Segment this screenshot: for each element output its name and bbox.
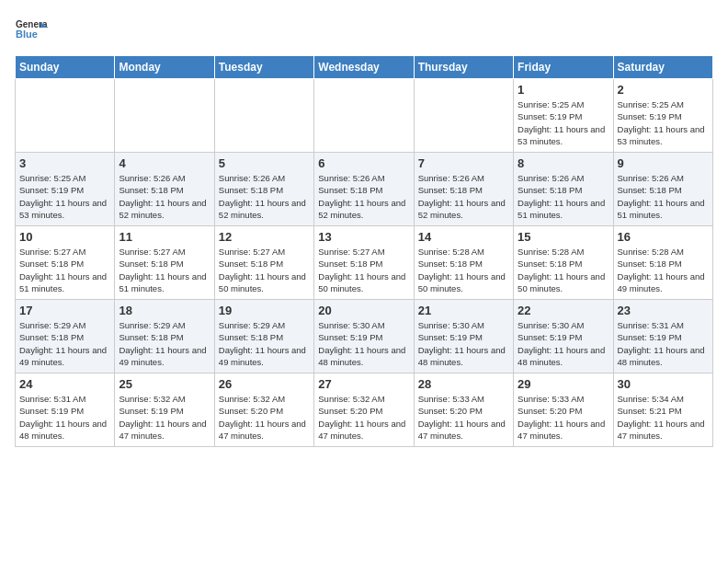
calendar-cell: 24Sunrise: 5:31 AM Sunset: 5:19 PM Dayli…: [16, 373, 115, 447]
day-info: Sunrise: 5:26 AM Sunset: 5:18 PM Dayligh…: [518, 172, 609, 221]
calendar-cell: [314, 79, 414, 153]
calendar-cell: [214, 79, 313, 153]
day-info: Sunrise: 5:32 AM Sunset: 5:20 PM Dayligh…: [318, 393, 409, 442]
day-info: Sunrise: 5:29 AM Sunset: 5:18 PM Dayligh…: [19, 319, 110, 368]
day-number: 11: [119, 230, 210, 244]
calendar-cell: 26Sunrise: 5:32 AM Sunset: 5:20 PM Dayli…: [214, 373, 313, 447]
day-number: 28: [418, 377, 509, 391]
calendar-cell: 17Sunrise: 5:29 AM Sunset: 5:18 PM Dayli…: [16, 300, 115, 373]
calendar-cell: 5Sunrise: 5:26 AM Sunset: 5:18 PM Daylig…: [214, 153, 313, 226]
calendar-cell: 10Sunrise: 5:27 AM Sunset: 5:18 PM Dayli…: [16, 226, 115, 300]
calendar-cell: 28Sunrise: 5:33 AM Sunset: 5:20 PM Dayli…: [414, 373, 513, 447]
day-info: Sunrise: 5:33 AM Sunset: 5:20 PM Dayligh…: [518, 393, 609, 442]
calendar-cell: 1Sunrise: 5:25 AM Sunset: 5:19 PM Daylig…: [514, 79, 613, 153]
day-info: Sunrise: 5:27 AM Sunset: 5:18 PM Dayligh…: [219, 246, 310, 294]
page-header: General Blue: [15, 15, 713, 48]
calendar-table: SundayMondayTuesdayWednesdayThursdayFrid…: [15, 55, 713, 447]
day-info: Sunrise: 5:34 AM Sunset: 5:21 PM Dayligh…: [618, 393, 709, 442]
day-info: Sunrise: 5:25 AM Sunset: 5:19 PM Dayligh…: [518, 98, 609, 147]
day-header-monday: Monday: [115, 56, 214, 79]
day-header-saturday: Saturday: [613, 56, 712, 79]
calendar-cell: 9Sunrise: 5:26 AM Sunset: 5:18 PM Daylig…: [613, 153, 712, 226]
calendar-cell: 18Sunrise: 5:29 AM Sunset: 5:18 PM Dayli…: [115, 300, 214, 373]
calendar-cell: 30Sunrise: 5:34 AM Sunset: 5:21 PM Dayli…: [613, 373, 712, 447]
day-info: Sunrise: 5:25 AM Sunset: 5:19 PM Dayligh…: [618, 98, 709, 147]
day-number: 8: [518, 156, 609, 170]
calendar-week-1: 1Sunrise: 5:25 AM Sunset: 5:19 PM Daylig…: [16, 79, 713, 153]
day-number: 12: [219, 230, 310, 244]
day-info: Sunrise: 5:33 AM Sunset: 5:20 PM Dayligh…: [418, 393, 509, 442]
day-info: Sunrise: 5:25 AM Sunset: 5:19 PM Dayligh…: [19, 172, 110, 221]
day-number: 4: [119, 156, 210, 170]
calendar-cell: 16Sunrise: 5:28 AM Sunset: 5:18 PM Dayli…: [613, 226, 712, 300]
day-info: Sunrise: 5:31 AM Sunset: 5:19 PM Dayligh…: [19, 393, 110, 442]
day-info: Sunrise: 5:30 AM Sunset: 5:19 PM Dayligh…: [318, 319, 409, 368]
day-number: 15: [518, 230, 609, 244]
day-number: 18: [119, 304, 210, 317]
day-number: 27: [318, 377, 409, 391]
day-number: 20: [318, 304, 409, 317]
day-number: 21: [418, 304, 509, 317]
day-info: Sunrise: 5:27 AM Sunset: 5:18 PM Dayligh…: [19, 246, 110, 294]
day-number: 24: [19, 377, 110, 391]
calendar-cell: 14Sunrise: 5:28 AM Sunset: 5:18 PM Dayli…: [414, 226, 513, 300]
calendar-cell: 20Sunrise: 5:30 AM Sunset: 5:19 PM Dayli…: [314, 300, 414, 373]
day-info: Sunrise: 5:26 AM Sunset: 5:18 PM Dayligh…: [219, 172, 310, 221]
calendar-cell: 8Sunrise: 5:26 AM Sunset: 5:18 PM Daylig…: [514, 153, 613, 226]
calendar-cell: 25Sunrise: 5:32 AM Sunset: 5:19 PM Dayli…: [115, 373, 214, 447]
calendar-cell: 3Sunrise: 5:25 AM Sunset: 5:19 PM Daylig…: [16, 153, 115, 226]
day-number: 3: [19, 156, 110, 170]
calendar-week-4: 17Sunrise: 5:29 AM Sunset: 5:18 PM Dayli…: [16, 300, 713, 373]
day-info: Sunrise: 5:27 AM Sunset: 5:18 PM Dayligh…: [318, 246, 409, 294]
day-header-tuesday: Tuesday: [214, 56, 313, 79]
calendar-cell: 29Sunrise: 5:33 AM Sunset: 5:20 PM Dayli…: [514, 373, 613, 447]
calendar-header-row: SundayMondayTuesdayWednesdayThursdayFrid…: [16, 56, 713, 79]
calendar-cell: 7Sunrise: 5:26 AM Sunset: 5:18 PM Daylig…: [414, 153, 513, 226]
day-number: 19: [219, 304, 310, 317]
logo-icon: General Blue: [15, 15, 48, 48]
calendar-cell: [16, 79, 115, 153]
day-info: Sunrise: 5:31 AM Sunset: 5:19 PM Dayligh…: [618, 319, 709, 368]
calendar-cell: 27Sunrise: 5:32 AM Sunset: 5:20 PM Dayli…: [314, 373, 414, 447]
day-number: 25: [119, 377, 210, 391]
day-number: 22: [518, 304, 609, 317]
svg-text:Blue: Blue: [16, 29, 38, 40]
day-info: Sunrise: 5:30 AM Sunset: 5:19 PM Dayligh…: [518, 319, 609, 368]
day-number: 29: [518, 377, 609, 391]
logo: General Blue: [15, 15, 48, 48]
day-info: Sunrise: 5:29 AM Sunset: 5:18 PM Dayligh…: [119, 319, 210, 368]
day-number: 6: [318, 156, 409, 170]
day-info: Sunrise: 5:28 AM Sunset: 5:18 PM Dayligh…: [518, 246, 609, 294]
day-number: 13: [318, 230, 409, 244]
calendar-cell: 19Sunrise: 5:29 AM Sunset: 5:18 PM Dayli…: [214, 300, 313, 373]
calendar-cell: 13Sunrise: 5:27 AM Sunset: 5:18 PM Dayli…: [314, 226, 414, 300]
day-number: 23: [618, 304, 709, 317]
day-info: Sunrise: 5:28 AM Sunset: 5:18 PM Dayligh…: [618, 246, 709, 294]
calendar-cell: 23Sunrise: 5:31 AM Sunset: 5:19 PM Dayli…: [613, 300, 712, 373]
day-header-thursday: Thursday: [414, 56, 513, 79]
day-number: 16: [618, 230, 709, 244]
calendar-cell: 6Sunrise: 5:26 AM Sunset: 5:18 PM Daylig…: [314, 153, 414, 226]
calendar-cell: 12Sunrise: 5:27 AM Sunset: 5:18 PM Dayli…: [214, 226, 313, 300]
calendar-cell: 4Sunrise: 5:26 AM Sunset: 5:18 PM Daylig…: [115, 153, 214, 226]
day-number: 30: [618, 377, 709, 391]
day-number: 5: [219, 156, 310, 170]
day-header-friday: Friday: [514, 56, 613, 79]
day-number: 2: [618, 83, 709, 97]
calendar-cell: 15Sunrise: 5:28 AM Sunset: 5:18 PM Dayli…: [514, 226, 613, 300]
day-info: Sunrise: 5:26 AM Sunset: 5:18 PM Dayligh…: [618, 172, 709, 221]
day-info: Sunrise: 5:32 AM Sunset: 5:20 PM Dayligh…: [219, 393, 310, 442]
day-info: Sunrise: 5:28 AM Sunset: 5:18 PM Dayligh…: [418, 246, 509, 294]
calendar-week-2: 3Sunrise: 5:25 AM Sunset: 5:19 PM Daylig…: [16, 153, 713, 226]
calendar-week-3: 10Sunrise: 5:27 AM Sunset: 5:18 PM Dayli…: [16, 226, 713, 300]
day-info: Sunrise: 5:27 AM Sunset: 5:18 PM Dayligh…: [119, 246, 210, 294]
day-number: 7: [418, 156, 509, 170]
day-header-wednesday: Wednesday: [314, 56, 414, 79]
day-number: 9: [618, 156, 709, 170]
calendar-body: 1Sunrise: 5:25 AM Sunset: 5:19 PM Daylig…: [16, 79, 713, 447]
day-number: 26: [219, 377, 310, 391]
day-info: Sunrise: 5:26 AM Sunset: 5:18 PM Dayligh…: [318, 172, 409, 221]
calendar-cell: 2Sunrise: 5:25 AM Sunset: 5:19 PM Daylig…: [613, 79, 712, 153]
calendar-cell: [115, 79, 214, 153]
day-info: Sunrise: 5:32 AM Sunset: 5:19 PM Dayligh…: [119, 393, 210, 442]
